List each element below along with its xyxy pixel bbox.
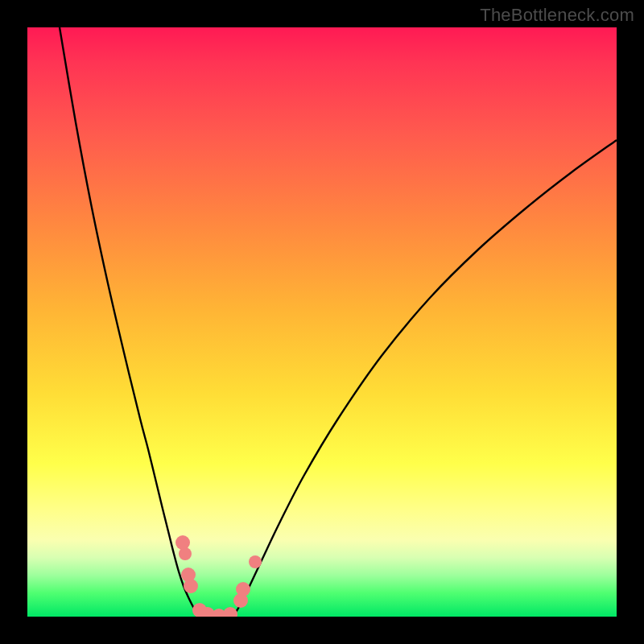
data-points <box>27 27 617 617</box>
data-point <box>179 547 192 560</box>
data-point <box>223 607 237 617</box>
watermark-text: TheBottleneck.com <box>480 5 634 26</box>
chart-frame: TheBottleneck.com <box>0 0 644 644</box>
data-point <box>184 579 198 593</box>
chart-plot-area <box>27 27 617 617</box>
data-point <box>236 582 250 597</box>
data-point <box>249 555 262 568</box>
data-point <box>175 535 190 550</box>
